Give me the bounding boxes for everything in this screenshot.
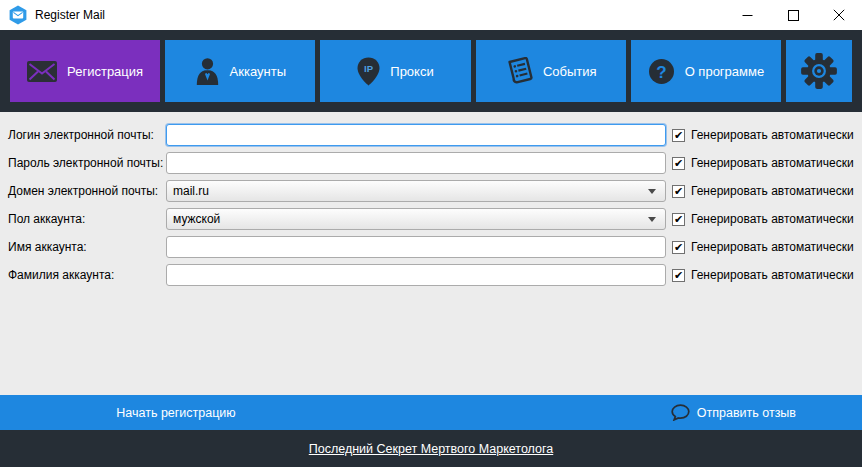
firstname-label: Имя аккаунта: (8, 240, 166, 254)
chevron-down-icon (648, 189, 656, 194)
gender-label: Пол аккаунта: (8, 212, 166, 226)
domain-generate-label: Генерировать автоматически (691, 184, 854, 198)
checkmark-icon: ✔ (674, 270, 683, 281)
password-generate-checkbox[interactable]: ✔ (672, 157, 685, 170)
gear-icon (800, 52, 838, 90)
lastname-label: Фамилия аккаунта: (8, 268, 166, 282)
settings-button[interactable] (786, 40, 852, 102)
domain-select[interactable]: mail.ru (166, 180, 666, 202)
footer: Последний Секрет Мертвого Маркетолога (0, 430, 862, 467)
password-input[interactable] (166, 152, 666, 174)
tab-label: Регистрация (67, 64, 143, 79)
maximize-button[interactable] (770, 0, 816, 30)
tab-label: Аккаунты (230, 64, 286, 79)
maximize-icon (788, 10, 799, 21)
login-generate-label: Генерировать автоматически (691, 128, 854, 142)
domain-generate-checkbox[interactable]: ✔ (672, 185, 685, 198)
gender-generate-label: Генерировать автоматически (691, 212, 854, 226)
start-registration-button[interactable]: Начать регистрацию (116, 406, 235, 420)
form-row-lastname: Фамилия аккаунта: ✔ Генерировать автомат… (0, 261, 862, 289)
form-row-firstname: Имя аккаунта: ✔ Генерировать автоматичес… (0, 233, 862, 261)
events-list-icon (505, 57, 533, 85)
action-bar: Начать регистрацию Отправить отзыв (0, 395, 862, 430)
tab-label: События (543, 64, 597, 79)
firstname-input[interactable] (166, 236, 666, 258)
login-generate-checkbox[interactable]: ✔ (672, 129, 685, 142)
app-window: Register Mail Регистрация (0, 0, 862, 467)
tab-label: О программе (685, 64, 765, 79)
login-label: Логин электронной почты: (8, 128, 166, 142)
domain-label: Домен электронной почты: (8, 184, 166, 198)
gender-select[interactable]: мужской (166, 208, 666, 230)
tab-events[interactable]: События (476, 40, 626, 102)
svg-text:?: ? (656, 62, 666, 81)
form-row-gender: Пол аккаунта: мужской ✔ Генерировать авт… (0, 205, 862, 233)
titlebar: Register Mail (0, 0, 862, 30)
tab-about[interactable]: ? О программе (631, 40, 781, 102)
main-toolbar: Регистрация Аккаунты IP Прокси (0, 30, 862, 112)
form-row-password: Пароль электронной почты: ✔ Генерировать… (0, 149, 862, 177)
tab-label: Прокси (390, 64, 433, 79)
window-controls (724, 0, 862, 30)
gender-generate-checkbox[interactable]: ✔ (672, 213, 685, 226)
registration-form: Логин электронной почты: ✔ Генерировать … (0, 112, 862, 395)
tab-registration[interactable]: Регистрация (10, 40, 160, 102)
password-label: Пароль электронной почты: (8, 156, 166, 170)
checkmark-icon: ✔ (674, 242, 683, 253)
footer-link[interactable]: Последний Секрет Мертвого Маркетолога (309, 442, 553, 456)
speech-bubble-icon (671, 404, 690, 421)
tab-accounts[interactable]: Аккаунты (165, 40, 315, 102)
svg-text:IP: IP (364, 62, 374, 73)
minimize-icon (742, 10, 753, 21)
lastname-input[interactable] (166, 264, 666, 286)
form-row-login: Логин электронной почты: ✔ Генерировать … (0, 121, 862, 149)
window-title: Register Mail (35, 8, 105, 22)
close-icon (833, 9, 845, 21)
domain-select-value: mail.ru (173, 184, 209, 198)
checkmark-icon: ✔ (674, 186, 683, 197)
chevron-down-icon (648, 217, 656, 222)
envelope-icon (27, 61, 57, 82)
login-input[interactable] (166, 124, 666, 146)
form-row-domain: Домен электронной почты: mail.ru ✔ Генер… (0, 177, 862, 205)
lastname-generate-checkbox[interactable]: ✔ (672, 269, 685, 282)
firstname-generate-label: Генерировать автоматически (691, 240, 854, 254)
app-logo-icon (8, 5, 28, 25)
close-button[interactable] (816, 0, 862, 30)
tab-proxy[interactable]: IP Прокси (320, 40, 470, 102)
send-feedback-label: Отправить отзыв (697, 406, 796, 420)
gender-select-value: мужской (173, 212, 220, 226)
person-icon (195, 58, 220, 85)
lastname-generate-label: Генерировать автоматически (691, 268, 854, 282)
password-generate-label: Генерировать автоматически (691, 156, 854, 170)
ip-pin-icon: IP (357, 57, 380, 86)
firstname-generate-checkbox[interactable]: ✔ (672, 241, 685, 254)
checkmark-icon: ✔ (674, 214, 683, 225)
send-feedback-button[interactable]: Отправить отзыв (671, 395, 796, 430)
question-icon: ? (648, 58, 675, 85)
minimize-button[interactable] (724, 0, 770, 30)
checkmark-icon: ✔ (674, 158, 683, 169)
checkmark-icon: ✔ (674, 130, 683, 141)
